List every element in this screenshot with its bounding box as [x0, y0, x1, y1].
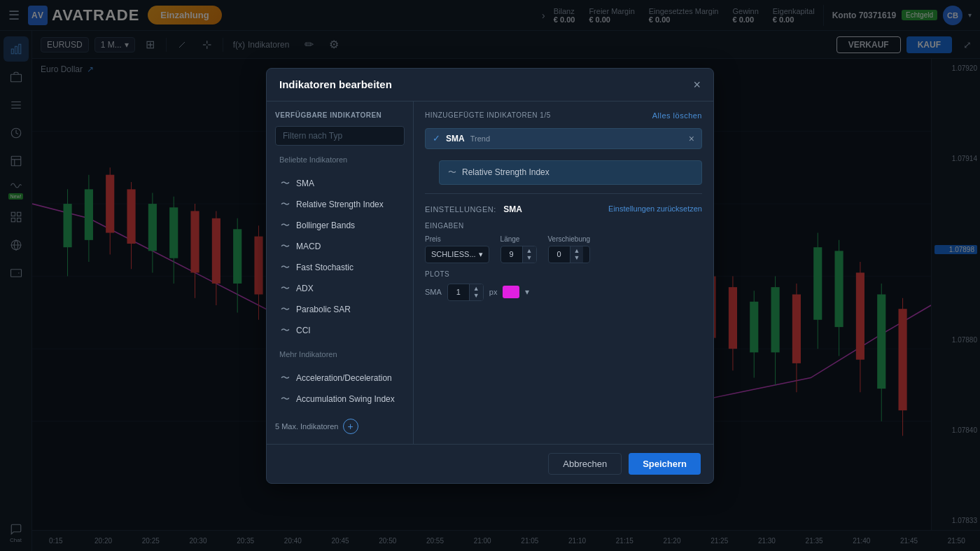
modal-title: Indikatoren bearbeiten — [279, 78, 392, 90]
indicator-item-adx[interactable]: 〜 ADX — [275, 279, 405, 298]
laenge-field: Länge 9 ▲ ▼ — [500, 235, 537, 263]
verschiebung-value: 0 — [549, 246, 570, 262]
indicators-modal: Indikatoren bearbeiten × VERFÜGBARE INDI… — [266, 68, 714, 484]
inputs-title: EINGABEN — [425, 222, 702, 230]
color-dropdown-icon[interactable]: ▾ — [525, 287, 529, 297]
modal-close-button[interactable]: × — [693, 78, 701, 91]
chip-close-button[interactable]: × — [689, 133, 694, 144]
cci-icon: 〜 — [279, 324, 290, 337]
modal-footer: Abbrechen Speichern — [267, 444, 713, 483]
verschiebung-increment-icon[interactable]: ▲ — [574, 248, 580, 254]
left-panel-title: VERFÜGBARE INDIKATOREN — [275, 111, 405, 119]
plots-title: PLOTS — [425, 270, 702, 278]
accumulation-icon: 〜 — [279, 393, 290, 405]
preis-field: Preis SCHLIESS... ▾ — [425, 235, 489, 263]
right-panel: HINZUGEFÜGTE INDIKATOREN 1/5 Alles lösch… — [414, 102, 713, 444]
bollinger-icon: 〜 — [279, 219, 290, 232]
macd-icon: 〜 — [279, 240, 290, 253]
settings-inputs-row: Preis SCHLIESS... ▾ Länge 9 ▲ — [425, 235, 702, 263]
fast-stochastic-icon: 〜 — [279, 261, 290, 274]
settings-label: EINSTELLUNGEN: — [425, 205, 496, 214]
verschiebung-field: Verschiebung 0 ▲ ▼ — [548, 235, 591, 263]
modal-header: Indikatoren bearbeiten × — [267, 69, 713, 102]
settings-section: EINSTELLUNGEN: SMA Einstellungen zurücks… — [425, 193, 702, 301]
adx-icon: 〜 — [279, 282, 290, 295]
plot-px-value: 1 — [448, 284, 469, 300]
laenge-decrement-icon[interactable]: ▼ — [526, 255, 533, 261]
add-indicator-button[interactable]: + — [343, 419, 358, 434]
acceleration-icon: 〜 — [279, 372, 290, 384]
plot-px-unit: px — [489, 288, 498, 296]
laenge-increment-icon[interactable]: ▲ — [526, 248, 533, 254]
save-button[interactable]: Speichern — [629, 453, 701, 475]
sma-icon: 〜 — [279, 177, 290, 190]
right-panel-header: HINZUGEFÜGTE INDIKATOREN 1/5 Alles lösch… — [425, 111, 702, 120]
plot-px-stepper: 1 ▲ ▼ — [447, 284, 484, 301]
chip-check-icon: ✓ — [433, 133, 440, 144]
indicator-item-sma[interactable]: 〜 SMA — [275, 174, 405, 193]
color-swatch[interactable] — [503, 286, 519, 298]
sub-indicator-icon: 〜 — [448, 167, 456, 179]
plot-stepper-buttons[interactable]: ▲ ▼ — [469, 284, 483, 300]
sma-trend-chip[interactable]: ✓ SMA Trend × — [425, 128, 702, 149]
indicator-item-acceleration[interactable]: 〜 Acceleration/Deceleration — [275, 368, 405, 388]
preis-label: Preis — [425, 235, 489, 243]
indicator-item-parabolic-sar[interactable]: 〜 Parabolic SAR — [275, 300, 405, 319]
chip-main-label: SMA — [446, 134, 465, 144]
settings-name: SMA — [503, 204, 522, 214]
plot-label: SMA — [425, 288, 442, 296]
indicator-item-rsi[interactable]: 〜 Relative Strength Index — [275, 195, 405, 214]
popular-section-label: Beliebte Indikatoren — [275, 153, 405, 167]
plot-row: SMA 1 ▲ ▼ px ▾ — [425, 284, 702, 301]
left-panel: VERFÜGBARE INDIKATOREN Beliebte Indikato… — [267, 102, 414, 444]
settings-header: EINSTELLUNGEN: SMA Einstellungen zurücks… — [425, 202, 702, 215]
sub-indicator-label: Relative Strength Index — [462, 167, 550, 177]
indicator-item-cci[interactable]: 〜 CCI — [275, 321, 405, 340]
more-section-label: Mehr Indikatoren — [275, 347, 405, 361]
verschiebung-stepper: 0 ▲ ▼ — [548, 246, 591, 263]
plot-decrement-icon[interactable]: ▼ — [473, 293, 479, 299]
parabolic-sar-icon: 〜 — [279, 303, 290, 316]
modal-overlay: Indikatoren bearbeiten × VERFÜGBARE INDI… — [0, 0, 980, 551]
indicator-list: 〜 SMA 〜 Relative Strength Index 〜 Bollin… — [275, 174, 405, 340]
plot-increment-icon[interactable]: ▲ — [473, 286, 479, 292]
verschiebung-decrement-icon[interactable]: ▼ — [574, 255, 580, 261]
reset-settings-button[interactable]: Einstellungen zurücksetzen — [608, 204, 702, 213]
more-indicator-list: 〜 Acceleration/Deceleration 〜 Accumulati… — [275, 368, 405, 409]
preis-chevron-icon: ▾ — [479, 250, 483, 259]
preis-select[interactable]: SCHLIESS... ▾ — [425, 246, 489, 263]
clear-all-button[interactable]: Alles löschen — [652, 111, 702, 120]
added-indicators-title: HINZUGEFÜGTE INDIKATOREN 1/5 — [425, 111, 551, 119]
indicator-item-fast-stochastic[interactable]: 〜 Fast Stochastic — [275, 258, 405, 277]
modal-body: VERFÜGBARE INDIKATOREN Beliebte Indikato… — [267, 102, 713, 444]
laenge-stepper-buttons[interactable]: ▲ ▼ — [522, 246, 536, 263]
sub-indicator-rsi[interactable]: 〜 Relative Strength Index — [439, 160, 702, 185]
max-label: 5 Max. Indikatoren + — [275, 419, 405, 434]
indicator-item-bollinger[interactable]: 〜 Bollinger Bands — [275, 216, 405, 235]
laenge-stepper: 9 ▲ ▼ — [500, 246, 537, 263]
laenge-label: Länge — [500, 235, 537, 243]
indicator-filter-input[interactable] — [275, 126, 405, 146]
verschiebung-label: Verschiebung — [548, 235, 591, 243]
preis-value: SCHLIESS... — [431, 250, 476, 258]
rsi-icon: 〜 — [279, 198, 290, 211]
cancel-button[interactable]: Abbrechen — [548, 453, 622, 475]
plots-section: PLOTS SMA 1 ▲ ▼ px — [425, 270, 702, 301]
indicator-item-accumulation[interactable]: 〜 Accumulation Swing Index — [275, 389, 405, 409]
chip-sub-label: Trend — [470, 134, 490, 143]
verschiebung-stepper-buttons[interactable]: ▲ ▼ — [570, 246, 584, 263]
laenge-value: 9 — [501, 246, 522, 262]
indicator-item-macd[interactable]: 〜 MACD — [275, 237, 405, 256]
